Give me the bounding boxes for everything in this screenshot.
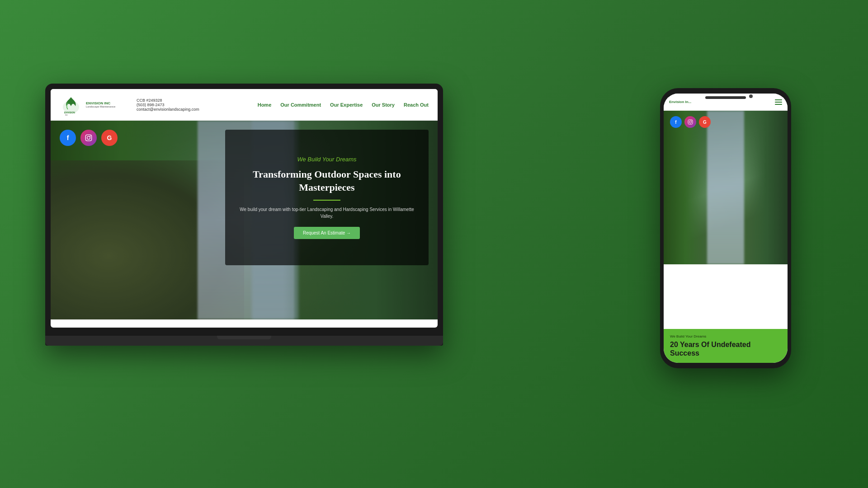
svg-rect-6: [688, 120, 693, 124]
email-address: contact@envisionlandscaping.com: [137, 107, 199, 112]
hero-section: f G We Build Your Dreams Transforming Ou…: [51, 121, 438, 319]
laptop-container: ENVISION INC ENVISION INC Landscape Main…: [45, 84, 461, 373]
phone-overlay: [664, 111, 788, 264]
google-icon-laptop[interactable]: G: [101, 130, 118, 146]
hero-tagline: We Build Your Dreams: [297, 156, 356, 163]
laptop-base-notch: [217, 336, 271, 339]
website-header: ENVISION INC ENVISION INC Landscape Main…: [51, 89, 438, 121]
instagram-icon-phone[interactable]: [684, 116, 696, 128]
laptop-base: [45, 336, 443, 346]
menu-line-2: [775, 102, 782, 103]
phone-notch: [705, 96, 746, 99]
phone-container: Envision In... f G: [660, 88, 791, 368]
phone-hero: [664, 111, 788, 264]
hero-divider: [313, 200, 340, 201]
svg-point-7: [689, 121, 692, 123]
instagram-icon-laptop[interactable]: [80, 130, 97, 146]
svg-rect-3: [85, 135, 91, 141]
hero-content-box: We Build Your Dreams Transforming Outdoo…: [225, 130, 429, 265]
contact-info: CCB #249328 (503) 898-2473 contact@envis…: [137, 98, 199, 112]
laptop-frame: ENVISION INC ENVISION INC Landscape Main…: [45, 84, 443, 346]
svg-point-5: [90, 136, 91, 136]
google-icon-phone[interactable]: G: [699, 116, 711, 128]
svg-text:ENVISION: ENVISION: [64, 111, 75, 114]
laptop-screen: ENVISION INC ENVISION INC Landscape Main…: [51, 89, 438, 328]
nav-reach-out[interactable]: Reach Out: [404, 102, 429, 108]
logo-text: ENVISION INC Landscape Maintenance: [86, 101, 115, 108]
hero-title: Transforming Outdoor Spaces into Masterp…: [239, 168, 415, 194]
phone-bottom-section: We Build Your Dreams 20 Years Of Undefea…: [664, 329, 788, 363]
phone-frame: Envision In... f G: [660, 88, 791, 368]
nav-expertise[interactable]: Our Expertise: [330, 102, 363, 108]
ccb-number: CCB #249328: [137, 98, 199, 103]
phone-menu-icon[interactable]: [775, 99, 782, 105]
svg-point-4: [87, 136, 90, 140]
phone-screen: Envision In... f G: [664, 94, 788, 363]
phone-logo-text: Envision In...: [669, 100, 691, 104]
menu-line-1: [775, 99, 782, 100]
menu-line-3: [775, 104, 782, 105]
nav-menu: Home Our Commitment Our Expertise Our St…: [258, 102, 429, 108]
svg-text:INC: INC: [65, 114, 68, 116]
cta-button[interactable]: Request An Estimate →: [294, 227, 360, 239]
nav-home[interactable]: Home: [258, 102, 272, 108]
phone-number: (503) 898-2473: [137, 103, 199, 107]
phone-social-icons: f G: [670, 116, 711, 128]
svg-point-8: [691, 121, 692, 122]
nav-our-story[interactable]: Our Story: [372, 102, 395, 108]
phone-camera: [749, 94, 753, 98]
phone-bottom-tagline: We Build Your Dreams: [670, 334, 781, 338]
phone-bottom-title: 20 Years Of Undefeated Success: [670, 340, 781, 357]
facebook-icon-laptop[interactable]: f: [60, 130, 76, 146]
facebook-icon-phone[interactable]: f: [670, 116, 682, 128]
logo-subtitle: Landscape Maintenance: [86, 105, 115, 108]
social-icons-laptop: f G: [60, 130, 118, 146]
logo-icon: ENVISION INC: [60, 94, 82, 116]
nav-commitment[interactable]: Our Commitment: [280, 102, 321, 108]
hero-description: We build your dream with top-tier Landsc…: [239, 206, 415, 220]
logo-area: ENVISION INC ENVISION INC Landscape Main…: [60, 94, 132, 116]
logo-name: ENVISION INC: [86, 101, 115, 106]
